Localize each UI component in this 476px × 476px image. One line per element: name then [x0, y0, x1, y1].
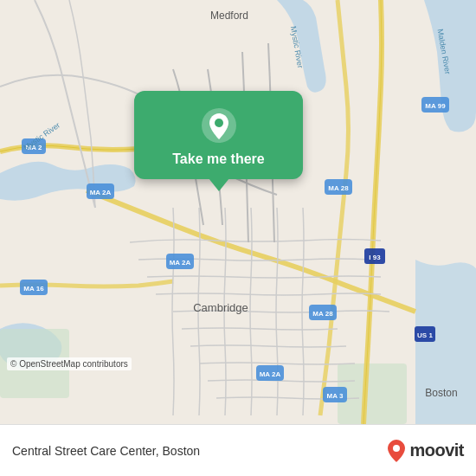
svg-text:MA 16: MA 16 [23, 285, 44, 293]
svg-text:MA 28: MA 28 [328, 184, 349, 192]
location-name: Central Street Care Center, Boston [12, 444, 387, 458]
svg-point-32 [215, 119, 223, 127]
svg-point-33 [393, 445, 400, 452]
location-pin-icon [200, 106, 238, 145]
svg-text:MA 2A: MA 2A [170, 259, 191, 267]
svg-text:MA 2A: MA 2A [260, 370, 281, 378]
svg-text:MA 2A: MA 2A [90, 189, 112, 196]
moovit-text: moovit [409, 441, 464, 460]
svg-text:MA 3: MA 3 [327, 392, 344, 400]
take-me-there-popup[interactable]: Take me there [134, 91, 303, 179]
svg-text:MA 28: MA 28 [312, 310, 333, 318]
svg-rect-2 [338, 363, 407, 424]
svg-text:US 1: US 1 [417, 331, 433, 339]
svg-text:Medford: Medford [210, 10, 248, 22]
moovit-pin-icon [387, 439, 406, 463]
svg-text:Boston: Boston [425, 387, 457, 399]
map-container: MA 2 MA 2A MA 2A MA 2A MA 16 MA 28 MA 28… [0, 0, 476, 424]
svg-text:MA 99: MA 99 [425, 102, 446, 110]
bottom-bar: Central Street Care Center, Boston moovi… [0, 424, 476, 476]
osm-attribution: © OpenStreetMap contributors [7, 357, 132, 370]
svg-text:Cambridge: Cambridge [193, 301, 248, 314]
svg-text:I 93: I 93 [369, 254, 381, 261]
moovit-logo: moovit [387, 439, 464, 463]
popup-label: Take me there [172, 151, 264, 167]
